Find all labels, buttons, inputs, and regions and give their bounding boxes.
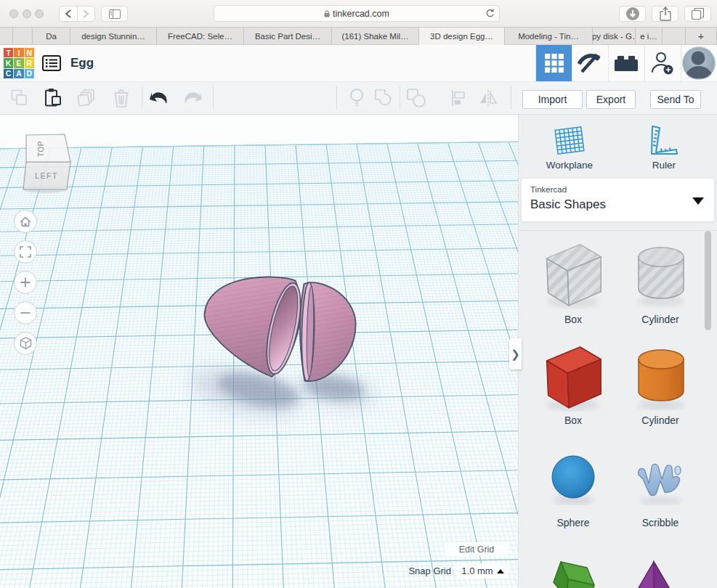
svg-text:TOP: TOP — [37, 141, 45, 157]
svg-text:LEFT: LEFT — [35, 171, 58, 180]
